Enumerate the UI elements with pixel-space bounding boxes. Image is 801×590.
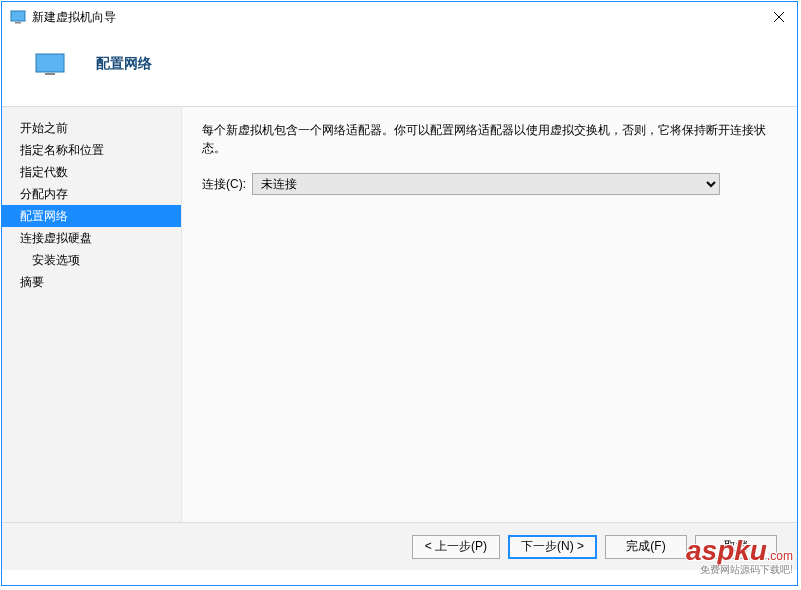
sidebar-item-install-options[interactable]: 安装选项	[2, 249, 181, 271]
content: 每个新虚拟机包含一个网络适配器。你可以配置网络适配器以使用虚拟交换机，否则，它将…	[182, 107, 797, 522]
wizard-window: 新建虚拟机向导 配置网络 开始之前 指定名称和位置 指定代数 分配内存 配置网络…	[1, 1, 798, 586]
header-icon	[34, 52, 66, 76]
connection-select[interactable]: 未连接	[252, 173, 720, 195]
sidebar-item-network[interactable]: 配置网络	[2, 205, 181, 227]
connection-label: 连接(C):	[202, 176, 246, 193]
sidebar-item-memory[interactable]: 分配内存	[2, 183, 181, 205]
header: 配置网络	[2, 32, 797, 106]
sidebar-item-name-location[interactable]: 指定名称和位置	[2, 139, 181, 161]
finish-button[interactable]: 完成(F)	[605, 535, 687, 559]
svg-rect-4	[36, 54, 64, 72]
svg-rect-1	[15, 22, 21, 24]
page-title: 配置网络	[96, 55, 152, 73]
content-description: 每个新虚拟机包含一个网络适配器。你可以配置网络适配器以使用虚拟交换机，否则，它将…	[202, 121, 777, 157]
sidebar-item-generation[interactable]: 指定代数	[2, 161, 181, 183]
svg-rect-5	[45, 73, 55, 75]
close-button[interactable]	[769, 7, 789, 27]
cancel-button[interactable]: 取消	[695, 535, 777, 559]
body: 开始之前 指定名称和位置 指定代数 分配内存 配置网络 连接虚拟硬盘 安装选项 …	[2, 106, 797, 522]
prev-button[interactable]: < 上一步(P)	[412, 535, 500, 559]
window-title: 新建虚拟机向导	[32, 9, 769, 26]
sidebar: 开始之前 指定名称和位置 指定代数 分配内存 配置网络 连接虚拟硬盘 安装选项 …	[2, 107, 182, 522]
footer: < 上一步(P) 下一步(N) > 完成(F) 取消	[2, 522, 797, 570]
sidebar-item-summary[interactable]: 摘要	[2, 271, 181, 293]
svg-rect-0	[11, 11, 25, 21]
next-button[interactable]: 下一步(N) >	[508, 535, 597, 559]
sidebar-item-before-start[interactable]: 开始之前	[2, 117, 181, 139]
sidebar-item-vhd[interactable]: 连接虚拟硬盘	[2, 227, 181, 249]
connection-row: 连接(C): 未连接	[202, 173, 777, 195]
titlebar: 新建虚拟机向导	[2, 2, 797, 32]
app-icon	[10, 10, 26, 24]
